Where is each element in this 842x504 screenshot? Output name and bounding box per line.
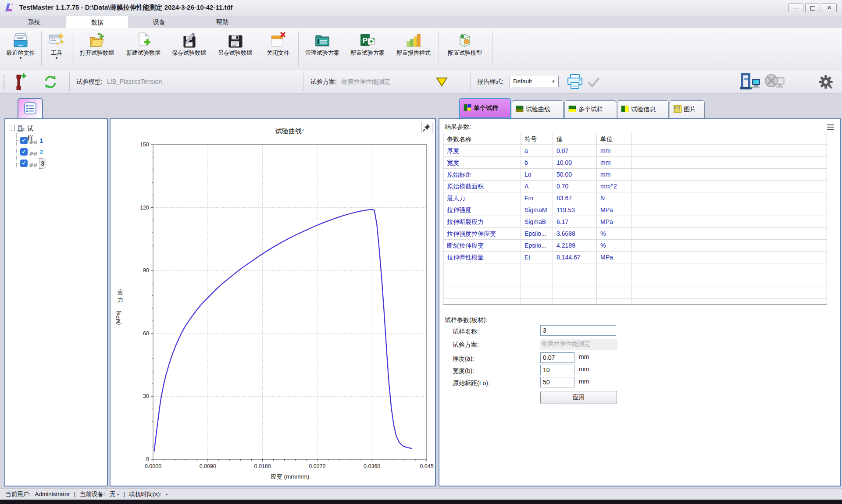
refresh-icon[interactable] (43, 75, 58, 89)
menu-device[interactable]: 设备 (135, 16, 183, 28)
config-test-scheme-icon: P (359, 32, 376, 49)
tab-test-info-icon (621, 105, 629, 114)
specimen-form: 试样名称:试验方案:薄膜拉伸性能测定厚度(a):mm宽度(b):mm原始标距(L… (439, 119, 842, 487)
add-specimen-icon[interactable] (13, 73, 27, 91)
toolbar-grip[interactable] (4, 75, 6, 89)
tree-item-specimen-2[interactable]: ✓ 2 (20, 147, 99, 157)
chart-pin-button[interactable] (421, 122, 432, 133)
window-title: TestMaster 1.1.7.75 - D:\Data\薄膜拉伸性能测定 2… (19, 4, 233, 12)
menu-help[interactable]: 帮助 (198, 16, 246, 28)
recent-files-button[interactable]: 最近的文件▼ (1, 29, 40, 69)
save-as-test-data-button[interactable]: 另存试验数据 (212, 29, 258, 69)
chevron-down-icon: ▼ (549, 77, 557, 86)
gauge-length-lo-unit: mm (579, 378, 589, 385)
specimen-checkbox[interactable]: ✓ (20, 137, 28, 144)
specimen-list-tab[interactable] (18, 98, 43, 119)
chevron-down-icon: ▼ (43, 56, 70, 60)
config-report-style-button[interactable]: 配置报告样式 (390, 29, 437, 69)
svg-text:0.0360: 0.0360 (364, 463, 380, 469)
confirm-report-icon (587, 75, 601, 89)
menu-bar: 系统数据设备帮助 (0, 16, 842, 28)
tree-item-specimen-1[interactable]: ✓ 1 (20, 136, 99, 146)
menu-system[interactable]: 系统 (14, 16, 54, 28)
svg-text:P: P (363, 36, 367, 45)
tab-test-curve-icon (516, 105, 524, 114)
svg-text:应: 应 (117, 289, 123, 295)
save-test-data-button[interactable]: 保存试验数据 (167, 29, 211, 69)
close-file-button[interactable]: 关闭文件 (259, 29, 297, 69)
status-separator-2: | (123, 491, 125, 497)
chevron-down-icon: ▼ (1, 56, 40, 60)
machine-online-icon[interactable] (739, 72, 761, 92)
recent-files-icon (12, 32, 29, 49)
svg-text:60: 60 (143, 330, 149, 337)
gauge-length-lo-field[interactable] (540, 377, 574, 387)
settings-gear-icon[interactable] (818, 75, 833, 89)
status-separator: | (74, 491, 76, 497)
ribbon-separator (439, 32, 439, 66)
maximize-button[interactable] (805, 4, 820, 12)
width-b-unit: mm (579, 366, 589, 373)
svg-text:力: 力 (117, 297, 123, 303)
report-style-select[interactable]: Default ▼ (510, 76, 559, 87)
tab-single-specimen-icon (464, 104, 471, 113)
status-bar: 当前用户: Administrator | 当前设备: 无 - | 联机时间(s… (0, 488, 842, 500)
root-checkbox[interactable] (9, 125, 15, 131)
tab-multi-specimen[interactable]: 多个试样 (564, 100, 616, 118)
thickness-a-field[interactable] (540, 352, 574, 363)
thickness-a-label: 厚度(a): (453, 355, 474, 363)
svg-text:0.045: 0.045 (420, 463, 433, 469)
print-report-icon[interactable] (566, 73, 584, 91)
pushpin-icon (421, 122, 432, 133)
tools-button[interactable]: 工具▼ (43, 29, 70, 69)
open-test-data-button[interactable]: 打开试验数据 (74, 29, 120, 69)
menu-data[interactable]: 数据 (66, 16, 129, 28)
open-test-data-icon (89, 32, 105, 49)
specimen-tree-panel: 试样 ✓ 1 ✓ 2 ✓ 3 (4, 118, 108, 486)
current-user-label: 当前用户: (5, 491, 31, 497)
config-test-model-icon (457, 32, 473, 49)
svg-text:120: 120 (140, 205, 149, 211)
specimen-name-field[interactable] (540, 325, 616, 336)
width-b-field[interactable] (540, 365, 574, 375)
svg-text:试验曲线*: 试验曲线* (275, 127, 304, 135)
minimize-button[interactable]: — (788, 4, 803, 12)
filter-icon[interactable] (436, 77, 448, 87)
tab-picture[interactable]: 图片 (670, 100, 705, 118)
report-style-selected: Default (513, 78, 532, 85)
title-bar: TestMaster 1.1.7.75 - D:\Data\薄膜拉伸性能测定 2… (0, 0, 842, 16)
svg-text:150: 150 (140, 142, 149, 148)
config-test-model-button[interactable]: 配置试验模型 (441, 29, 489, 69)
svg-text:0.0180: 0.0180 (254, 463, 271, 469)
tree-item-specimen-3[interactable]: ✓ 3 (20, 159, 99, 168)
test-model-value: LIB_PlasticsTension (107, 78, 162, 85)
app-logo-icon (4, 3, 15, 13)
tab-test-curve[interactable]: 试验曲线 (512, 100, 564, 118)
online-time-value: - (166, 491, 168, 497)
ribbon-toolbar: 最近的文件▼ 工具▼ 打开试验数据 新建试验数据 保存试验数据 另存试验数据 关… (0, 28, 842, 70)
ribbon-separator (492, 32, 492, 66)
ribbon-separator (72, 32, 72, 66)
tools-icon (48, 32, 65, 49)
config-test-scheme-button[interactable]: P 配置试验方案 (346, 29, 389, 69)
apply-button[interactable]: 应用 (540, 391, 617, 404)
test-scheme-label: 试验方案: (453, 341, 479, 349)
clamp-icon (29, 138, 38, 148)
specimen-checkbox[interactable]: ✓ (20, 148, 28, 156)
tab-single-specimen[interactable]: 单个试样 (459, 98, 511, 118)
svg-text:0: 0 (146, 456, 149, 462)
online-time-label: 联机时间(s): (129, 491, 161, 497)
tab-test-info[interactable]: 试验信息 (617, 100, 669, 118)
stress-strain-chart[interactable]: 0.00000.00900.01800.02700.03600.04503060… (111, 119, 435, 486)
svg-text:0.0000: 0.0000 (145, 463, 161, 469)
specimen-checkbox[interactable]: ✓ (20, 160, 28, 167)
testmaster-app: { "window": { "title": "TestMaster 1.1.7… (0, 0, 842, 504)
new-test-data-button[interactable]: 新建试验数据 (121, 29, 166, 69)
save-test-data-icon (181, 32, 197, 49)
test-scheme-value: 薄膜拉伸性能测定 (341, 78, 390, 86)
clamp-icon (29, 149, 38, 159)
manage-test-scheme-icon (314, 32, 331, 49)
svg-text:(MPa): (MPa) (115, 311, 121, 325)
manage-test-scheme-button[interactable]: 管理试验方案 (300, 29, 345, 69)
close-button[interactable]: ✕ (822, 4, 837, 12)
